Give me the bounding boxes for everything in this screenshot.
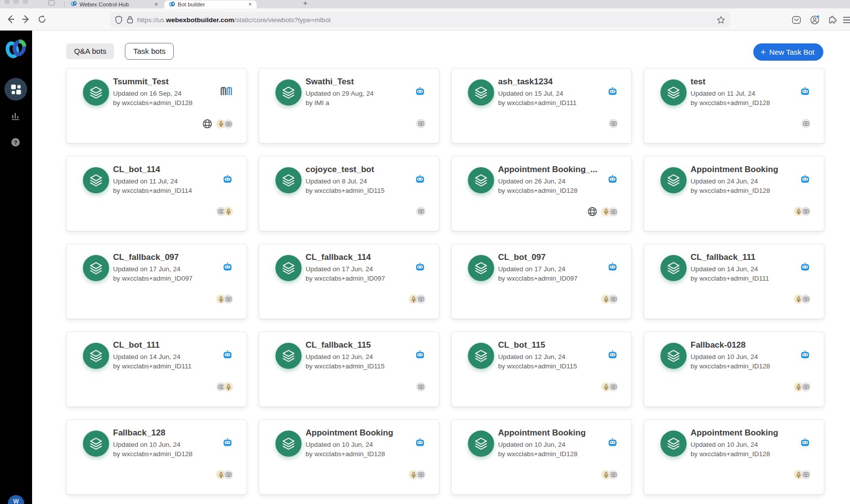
bot-card[interactable]: test Updated on 11 Jul, 24 by wxcclabs+a… [644,68,824,144]
browser-window: Webex Control Hub × Bot builder × + [0,0,850,504]
channel-icons [794,207,811,216]
globe-channel-icon [587,207,597,216]
sidebar-item-bots[interactable] [4,78,27,101]
sidebar-item-analytics[interactable] [11,111,21,121]
bot-card[interactable]: CL_bot_114 Updated on 11 Jul, 24 by wxcc… [66,156,247,231]
bot-updated: Updated on 8 Jul, 24 [306,177,385,186]
bot-owner: by wxcclabs+admin_ID097 [306,274,385,284]
bot-updated: Updated on 10 Jun, 24 [306,440,393,450]
tab-webex-control-hub[interactable]: Webex Control Hub × [65,0,163,8]
tab-overview-icon[interactable] [48,0,55,5]
bot-owner: by wxcclabs+admin_ID128 [113,450,193,459]
robot-bot-icon [608,350,617,361]
window-zoom-button[interactable] [23,0,28,4]
keyboard-channel-icon [801,470,811,479]
bot-layers-icon [660,255,687,281]
channel-icons [202,119,233,129]
channel-icons [416,207,425,216]
url-text[interactable]: https://us.webexbotbuilder.com/static/co… [137,16,331,24]
mm-logo-icon [221,87,232,98]
bot-card[interactable]: Appointment Booking Updated on 10 Jun, 2… [259,419,439,495]
mic-channel-icon [224,382,233,392]
channel-icons [794,470,811,479]
tab-bot-builder[interactable]: Bot builder × [164,0,257,8]
bot-owner: by wxcclabs+admin_ID128 [113,99,193,108]
bot-updated: Updated on 14 Jun, 24 [113,353,192,362]
keyboard-channel-icon [609,382,618,392]
bot-card[interactable]: cojoyce_test_bot Updated on 8 Jul, 24 by… [259,156,439,231]
bot-layers-icon [468,343,494,369]
window-minimize-button[interactable] [13,0,19,4]
keyboard-channel-icon [609,294,618,304]
tab-title: Webex Control Hub [79,1,129,7]
bot-updated: Updated on 11 Jul, 24 [691,89,770,99]
bot-updated: Updated on 10 Jun, 24 [691,353,770,362]
bot-owner: by wxcclabs+admin_ID128 [691,362,770,371]
bot-layers-icon [660,431,687,457]
channel-icons [216,382,233,392]
bot-layers-icon [468,79,494,106]
keyboard-channel-icon [609,119,618,128]
bot-updated: Updated on 17 Jun, 24 [498,265,578,274]
keyboard-channel-icon [416,294,425,304]
menu-hamburger-icon[interactable] [843,15,850,25]
bot-name: Fallback-0128 [691,340,770,350]
bot-name: test [691,76,770,87]
bot-owner: by wxcclabs+admin_ID128 [498,186,597,196]
bot-card[interactable]: CL_bot_111 Updated on 14 Jun, 24 by wxcc… [66,331,247,407]
bot-card[interactable]: Swathi_Test Updated on 29 Aug, 24 by IMI… [259,68,439,144]
extensions-icon[interactable] [828,15,838,25]
tab-close-icon[interactable]: × [155,1,158,8]
qa-bots-tab[interactable]: Q&A bots [66,43,114,59]
channel-icons [216,470,233,479]
url-bar[interactable]: https://us.webexbotbuilder.com/static/co… [110,12,730,28]
bot-card[interactable]: Appointment Booking Updated on 10 Jun, 2… [644,419,824,495]
bot-card[interactable]: Fallback_128 Updated on 10 Jun, 24 by wx… [66,419,247,495]
bot-card[interactable]: CL_fallback_111 Updated on 14 Jun, 24 by… [644,244,824,319]
pocket-icon[interactable] [792,15,801,25]
bot-card[interactable]: CL_bot_097 Updated on 17 Jun, 24 by wxcc… [451,244,632,319]
tab-close-icon[interactable]: × [248,1,252,8]
bot-card[interactable]: Fallback-0128 Updated on 10 Jun, 24 by w… [644,331,824,407]
channel-icons [794,294,811,304]
reload-icon[interactable] [38,15,46,24]
bookmark-star-icon[interactable] [717,16,725,24]
bot-card[interactable]: CL_fallback_097 Updated on 17 Jun, 24 by… [66,244,247,319]
app-sidebar: ? W [0,31,32,504]
bot-card[interactable]: CL_fallback_115 Updated on 12 Jun, 24 by… [259,331,439,407]
bot-grid: Tsummit_Test Updated on 16 Sep, 24 by wx… [66,68,824,495]
avatar-initial: W [13,498,19,504]
task-bots-tab[interactable]: Task bots [125,43,174,60]
bot-card[interactable]: ash_task1234 Updated on 15 Jul, 24 by wx… [451,68,632,144]
user-avatar[interactable]: W [8,495,24,504]
bot-layers-icon [275,431,302,457]
back-icon[interactable] [6,15,15,24]
new-task-bot-button[interactable]: + New Task Bot [753,43,823,61]
channel-icons [794,382,811,392]
bot-card[interactable]: CL_bot_115 Updated on 12 Jun, 24 by wxcc… [451,331,632,407]
bot-updated: Updated on 17 Jun, 24 [306,265,385,274]
lock-icon[interactable] [127,16,133,24]
bot-name: CL_bot_114 [113,164,192,175]
bot-card[interactable]: Appointment Booking_... Updated on 26 Ju… [451,156,632,231]
bot-card[interactable]: Appointment Booking Updated on 10 Jun, 2… [451,419,632,495]
robot-bot-icon [416,87,425,98]
bot-card[interactable]: CL_fallback_114 Updated on 17 Jun, 24 by… [259,244,439,319]
forward-icon[interactable] [22,15,31,24]
bot-updated: Updated on 12 Jun, 24 [306,353,385,362]
keyboard-channel-icon [801,119,811,128]
bot-layers-icon [275,255,302,281]
bot-card[interactable]: Appointment Booking Updated on 24 Jun, 2… [644,156,824,231]
bot-updated: Updated on 10 Jun, 24 [691,440,778,450]
shield-icon[interactable] [115,16,122,24]
account-icon[interactable] [810,15,819,25]
keyboard-channel-icon [609,207,618,216]
keyboard-channel-icon [416,119,425,128]
robot-bot-icon [416,350,425,361]
window-close-button[interactable] [4,0,10,4]
new-tab-icon[interactable]: + [303,0,308,7]
bot-updated: Updated on 14 Jun, 24 [691,265,769,274]
bot-card[interactable]: Tsummit_Test Updated on 16 Sep, 24 by wx… [66,68,247,144]
sidebar-help-button[interactable]: ? [11,138,20,146]
bot-owner: by wxcclabs+admin_ID128 [691,186,778,196]
